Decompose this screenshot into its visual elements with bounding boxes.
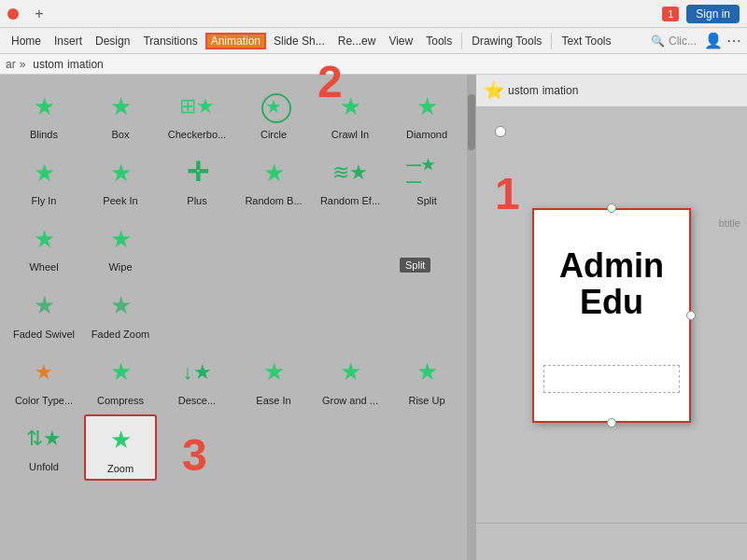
scrollbar[interactable]: [467, 75, 476, 560]
anim-compress[interactable]: ★ Compress: [84, 348, 157, 411]
anim-empty5: [161, 282, 233, 344]
anim-randomef[interactable]: ≋★ Random Ef...: [314, 148, 387, 211]
menu-insert[interactable]: Insert: [49, 33, 88, 49]
compress-label: Compress: [97, 395, 144, 407]
anim-empty9: [161, 414, 233, 481]
anim-zoom[interactable]: ★ Zoom: [84, 414, 157, 481]
more-icon[interactable]: ⋯: [726, 32, 741, 49]
anim-descend[interactable]: ↓★ Desce...: [161, 348, 233, 411]
zoom-icon: ★: [100, 420, 141, 461]
wipe-icon: ★: [100, 218, 141, 259]
descend-label: Desce...: [178, 395, 216, 407]
anim-empty7: [314, 282, 387, 344]
randomef-label: Random Ef...: [320, 195, 380, 207]
custom-icon: ⭐: [484, 80, 504, 101]
checkerboard-icon: ⊞★: [176, 86, 218, 127]
anim-blinds[interactable]: ★ Blinds: [7, 82, 80, 145]
menu-bar: Home Insert Design Transitions Animation…: [0, 28, 747, 54]
menu-view[interactable]: View: [383, 33, 418, 49]
anim-empty10: [237, 414, 310, 481]
diamond-icon: ★: [406, 86, 447, 127]
handle-bottom[interactable]: [607, 418, 616, 427]
toolbar-expand[interactable]: »: [20, 58, 26, 71]
anim-randomb[interactable]: ★ Random B...: [237, 148, 310, 211]
slide-subtitle-box[interactable]: [543, 365, 680, 393]
anim-colortype[interactable]: ★ Color Type...: [7, 348, 80, 411]
anim-peekin[interactable]: ★ Peek In: [84, 148, 157, 211]
anim-empty11: [314, 414, 387, 481]
separator-2: [551, 33, 552, 49]
handle-top[interactable]: [607, 203, 616, 213]
search-area[interactable]: 🔍 Clic... 👤 ⋯: [651, 32, 741, 49]
menu-home[interactable]: Home: [6, 33, 47, 49]
anim-plus[interactable]: ✛ Plus: [161, 148, 233, 211]
peekin-label: Peek In: [103, 195, 137, 207]
anim-unfold[interactable]: ⇅★ Unfold: [7, 414, 80, 481]
subtitle-label: btitle: [719, 217, 740, 229]
anim-wheel[interactable]: ★ Wheel: [7, 215, 80, 277]
sign-in-button[interactable]: Sign in: [686, 5, 740, 23]
colortype-icon: ★: [23, 352, 64, 393]
custom-anim-panel: ⭐ ustom imation: [476, 75, 747, 107]
flyin-label: Fly In: [32, 195, 57, 207]
plus-icon: ✛: [176, 152, 218, 193]
colortype-label: Color Type...: [15, 395, 73, 407]
toolbar-row: ar » ustom imation: [0, 54, 747, 75]
anim-riseup[interactable]: ★ Rise Up: [390, 348, 463, 411]
circle-label: Circle: [261, 129, 287, 141]
search-icon: 🔍: [651, 35, 665, 48]
anim-empty2: [237, 215, 310, 277]
anim-grow[interactable]: ★ Grow and ...: [314, 348, 387, 411]
slide-title: Admin Edu: [534, 247, 689, 321]
animation-grid: ★ Blinds ★ Box ⊞★ Checkerbo... ★ Circl: [4, 82, 472, 481]
flyin-icon: ★: [23, 152, 64, 193]
slide-preview-area: Admin Edu btitle: [476, 107, 747, 523]
box-label: Box: [112, 129, 130, 141]
anim-split[interactable]: —★— Split: [390, 148, 463, 211]
close-dot[interactable]: [7, 8, 19, 20]
menu-design[interactable]: Design: [90, 33, 135, 49]
anim-circle[interactable]: ★ Circle: [237, 82, 310, 145]
anim-box[interactable]: ★ Box: [84, 82, 157, 145]
menu-slideshow[interactable]: Slide Sh...: [268, 33, 331, 49]
menu-transitions[interactable]: Transitions: [137, 33, 203, 49]
menu-tools[interactable]: Tools: [420, 33, 458, 49]
easein-icon: ★: [253, 352, 294, 393]
menu-review[interactable]: Re...ew: [332, 33, 382, 49]
animation-panel: ★ Blinds ★ Box ⊞★ Checkerbo... ★ Circl: [0, 75, 476, 560]
split-label: Split: [416, 195, 436, 207]
randomb-label: Random B...: [245, 195, 302, 207]
grow-icon: ★: [330, 352, 371, 393]
faded-swivel-icon: ★: [23, 286, 64, 327]
scroll-thumb[interactable]: [468, 94, 475, 150]
user-icon[interactable]: 👤: [704, 32, 723, 49]
anim-checkerboard[interactable]: ⊞★ Checkerbo...: [161, 82, 233, 145]
anim-wipe[interactable]: ★ Wipe: [84, 215, 157, 277]
faded-zoom-label: Faded Zoom: [92, 329, 149, 341]
menu-text-tools[interactable]: Text Tools: [556, 33, 616, 49]
anim-flyin[interactable]: ★ Fly In: [7, 148, 80, 211]
riseup-icon: ★: [406, 352, 447, 393]
unfold-icon: ⇅★: [23, 418, 64, 459]
custom-anim-text: ustom: [508, 84, 539, 97]
user-count-badge: 1: [662, 7, 679, 21]
anim-empty8: [390, 282, 463, 344]
zoom-label: Zoom: [107, 463, 134, 475]
search-text: Clic...: [669, 35, 697, 48]
anim-faded-zoom[interactable]: ★ Faded Zoom: [84, 282, 157, 344]
toolbar-ar: ar: [6, 58, 16, 71]
wipe-label: Wipe: [108, 261, 132, 273]
animation-label: imation: [67, 58, 104, 71]
menu-drawing-tools[interactable]: Drawing Tools: [466, 33, 547, 49]
anim-crawlin[interactable]: ★ Crawl In: [314, 82, 387, 145]
grow-label: Grow and ...: [322, 395, 378, 407]
separator-1: [461, 33, 462, 49]
menu-animation[interactable]: Animation: [205, 33, 266, 49]
anim-faded-swivel[interactable]: ★ Faded Swivel: [7, 282, 80, 344]
add-tab-button[interactable]: +: [30, 5, 49, 23]
handle-topleft[interactable]: [495, 126, 506, 137]
checkerboard-label: Checkerbo...: [168, 129, 226, 141]
unfold-label: Unfold: [29, 461, 59, 473]
anim-easein[interactable]: ★ Ease In: [237, 348, 310, 411]
anim-diamond[interactable]: ★ Diamond: [390, 82, 463, 145]
